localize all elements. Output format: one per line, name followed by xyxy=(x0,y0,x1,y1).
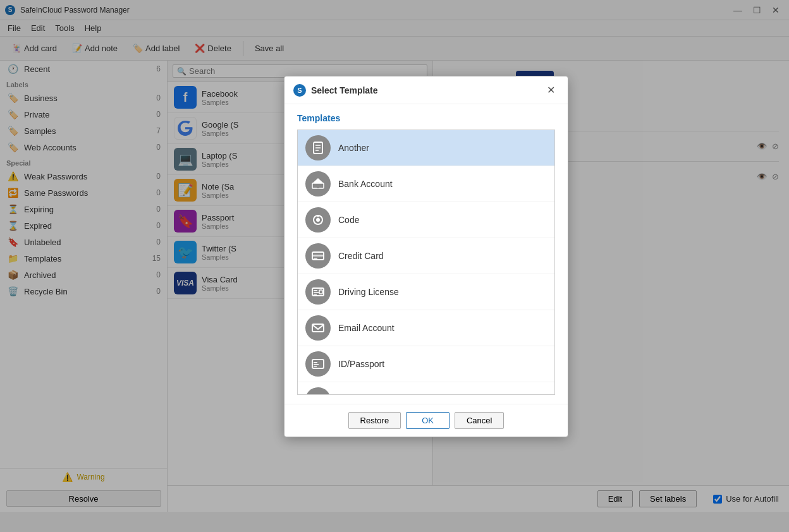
template-name-id-passport: ID/Passport xyxy=(338,359,384,369)
svg-rect-11 xyxy=(312,255,324,257)
select-template-dialog: S Select Template ✕ Templates xyxy=(284,76,568,437)
template-item-driving-license[interactable]: Driving License xyxy=(298,274,554,310)
svg-point-8 xyxy=(316,218,320,222)
driving-license-icon xyxy=(305,279,331,305)
svg-rect-12 xyxy=(314,258,317,259)
bank-account-icon xyxy=(305,171,331,196)
svg-rect-16 xyxy=(314,294,317,295)
svg-marker-5 xyxy=(312,178,324,183)
svg-rect-14 xyxy=(314,290,317,291)
dialog-body: Templates Another xyxy=(284,104,568,404)
template-name-bank-account: Bank Account xyxy=(338,179,393,189)
template-item-email-account[interactable]: Email Account xyxy=(298,310,554,346)
svg-rect-20 xyxy=(314,362,317,363)
restore-button[interactable]: Restore xyxy=(348,412,401,429)
credit-card-icon xyxy=(305,243,331,269)
modal-overlay: S Select Template ✕ Templates xyxy=(0,0,789,532)
template-name-driving-license: Driving License xyxy=(338,287,399,297)
template-list[interactable]: Another Bank Account xyxy=(297,130,555,395)
template-item-bank-account[interactable]: Bank Account xyxy=(298,166,554,202)
template-item-credit-card[interactable]: Credit Card xyxy=(298,238,554,274)
template-item-another[interactable]: Another xyxy=(298,130,554,166)
svg-rect-17 xyxy=(319,290,322,294)
svg-rect-22 xyxy=(314,366,317,367)
another-icon xyxy=(305,135,331,160)
cancel-button[interactable]: Cancel xyxy=(455,412,504,429)
template-item-insurance[interactable]: Insurance xyxy=(298,382,554,395)
ok-button[interactable]: OK xyxy=(406,412,450,429)
dialog-title-bar: S Select Template ✕ xyxy=(284,76,568,104)
insurance-icon xyxy=(305,387,331,395)
id-passport-icon xyxy=(305,351,331,377)
svg-rect-21 xyxy=(314,364,319,365)
template-name-credit-card: Credit Card xyxy=(338,251,384,261)
dialog-footer: Restore OK Cancel xyxy=(284,404,568,437)
template-item-id-passport[interactable]: ID/Passport xyxy=(298,346,554,382)
template-name-another: Another xyxy=(338,143,369,153)
dialog-close-button[interactable]: ✕ xyxy=(543,83,559,97)
template-name-code: Code xyxy=(338,215,359,225)
template-item-code[interactable]: Code xyxy=(298,202,554,238)
svg-rect-18 xyxy=(312,324,324,332)
svg-rect-6 xyxy=(317,185,319,188)
dialog-title: Select Template xyxy=(311,85,538,95)
dialog-title-icon: S xyxy=(293,84,306,97)
svg-rect-15 xyxy=(314,292,319,293)
template-name-email-account: Email Account xyxy=(338,323,394,333)
email-account-icon xyxy=(305,315,331,341)
code-icon xyxy=(305,207,331,233)
dialog-section-title: Templates xyxy=(297,113,555,123)
